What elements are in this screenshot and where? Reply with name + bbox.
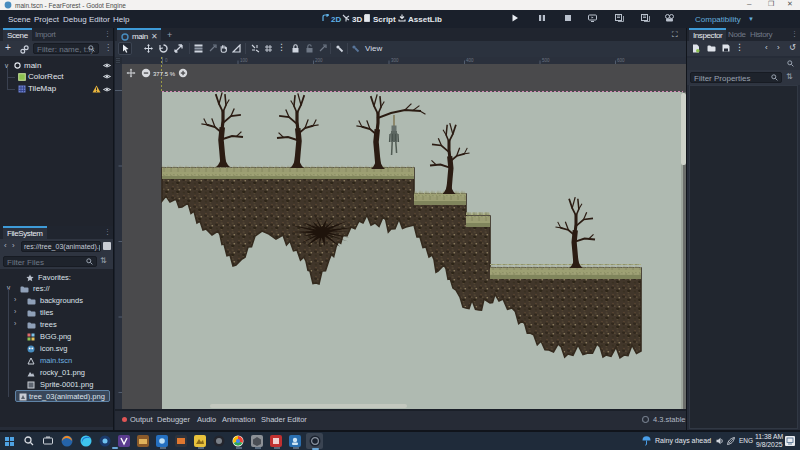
svg-text:600: 600: [617, 58, 625, 63]
svg-text:200: 200: [315, 58, 323, 63]
svg-text:500: 500: [542, 58, 550, 63]
svg-text:400: 400: [466, 58, 474, 63]
svg-text:377.5 %: 377.5 %: [153, 71, 176, 77]
svg-text:100: 100: [240, 58, 248, 63]
svg-text:300: 300: [391, 58, 399, 63]
